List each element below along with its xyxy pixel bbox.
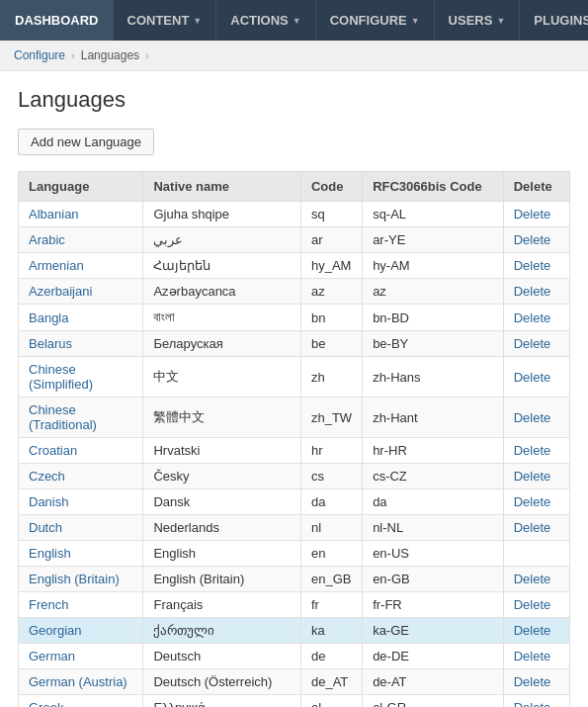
language-link[interactable]: Dutch — [29, 520, 62, 535]
language-link[interactable]: Arabic — [29, 232, 65, 247]
nav-arrow-actions: ▼ — [293, 16, 301, 26]
language-code: be — [300, 331, 362, 357]
language-code: da — [300, 489, 362, 515]
language-code: el — [300, 695, 362, 708]
language-code: ar — [300, 227, 362, 253]
language-link[interactable]: Danish — [29, 494, 68, 509]
delete-link[interactable]: Delete — [514, 700, 551, 707]
native-name: 中文 — [143, 357, 301, 398]
language-code: nl — [300, 515, 362, 541]
native-name: Հայերեն — [143, 253, 301, 279]
delete-link[interactable]: Delete — [514, 232, 551, 247]
language-link[interactable]: Chinese (Traditional) — [29, 402, 97, 432]
table-row: ArmenianՀայերենhy_AMhy-AMDelete — [19, 253, 570, 279]
delete-link[interactable]: Delete — [514, 597, 551, 612]
table-row: English (Britain)English (Britain)en_GBe… — [19, 567, 570, 592]
table-row: DutchNederlandsnlnl-NLDelete — [19, 515, 570, 541]
table-row: AlbanianGjuha shqipesqsq-ALDelete — [19, 202, 570, 227]
language-code: fr — [300, 592, 362, 618]
language-link[interactable]: Croatian — [29, 443, 77, 458]
col-header-language: Language — [19, 172, 143, 202]
language-link[interactable]: French — [29, 597, 68, 612]
delete-link[interactable]: Delete — [514, 649, 551, 663]
table-row: Chinese (Traditional)繁體中文zh_TWzh-HantDel… — [19, 398, 570, 438]
language-code: ka — [300, 618, 362, 644]
language-link[interactable]: English — [29, 546, 71, 561]
nav-item-content[interactable]: CONTENT▼ — [114, 0, 217, 41]
rfc-code: nl-NL — [363, 515, 504, 541]
native-name: Ελληνικά — [143, 695, 301, 708]
page-content: Languages Add new Language Language Nati… — [0, 71, 588, 707]
language-link[interactable]: Georgian — [29, 623, 81, 638]
language-link[interactable]: Azerbaijani — [29, 284, 92, 299]
breadcrumb-configure[interactable]: Configure — [14, 48, 65, 62]
language-link[interactable]: English (Britain) — [29, 572, 120, 586]
delete-link[interactable]: Delete — [514, 370, 551, 385]
table-row: BelarusБеларускаяbebe-BYDelete — [19, 331, 570, 357]
delete-link[interactable]: Delete — [514, 207, 551, 221]
language-code: en_GB — [300, 567, 362, 592]
table-row: EnglishEnglishenen-US — [19, 541, 570, 567]
native-name: Беларуская — [143, 331, 301, 357]
delete-link[interactable]: Delete — [514, 520, 551, 535]
rfc-code: da — [363, 489, 504, 515]
native-name: English (Britain) — [143, 567, 301, 592]
rfc-code: hr-HR — [363, 438, 504, 464]
table-row: German (Austria)Deutsch (Österreich)de_A… — [19, 669, 570, 695]
delete-link[interactable]: Delete — [514, 410, 551, 425]
language-code: en — [300, 541, 362, 567]
rfc-code: sq-AL — [363, 202, 504, 227]
breadcrumb-sep2: › — [145, 49, 149, 61]
language-link[interactable]: German (Austria) — [29, 674, 127, 689]
native-name: Gjuha shqipe — [143, 202, 301, 227]
delete-link[interactable]: Delete — [514, 494, 551, 509]
nav-item-configure[interactable]: CONFIGURE▼ — [316, 0, 435, 41]
languages-table: Language Native name Code RFC3066bis Cod… — [18, 171, 570, 707]
language-link[interactable]: Chinese (Simplified) — [29, 362, 93, 392]
breadcrumb: Configure › Languages › — [0, 41, 588, 71]
nav-item-plugins[interactable]: PLUGINS▼ — [520, 0, 588, 41]
add-language-button[interactable]: Add new Language — [18, 129, 154, 155]
delete-link[interactable]: Delete — [514, 336, 551, 351]
language-link[interactable]: Czech — [29, 469, 65, 484]
language-link[interactable]: German — [29, 649, 75, 663]
table-row: Arabicعربيarar-YEDelete — [19, 227, 570, 253]
delete-link[interactable]: Delete — [514, 623, 551, 638]
language-link[interactable]: Armenian — [29, 258, 84, 273]
native-name: 繁體中文 — [143, 398, 301, 438]
table-row: Banglaবাংলাbnbn-BDDelete — [19, 305, 570, 331]
delete-link[interactable]: Delete — [514, 469, 551, 484]
delete-link[interactable]: Delete — [514, 443, 551, 458]
delete-link[interactable]: Delete — [514, 310, 551, 325]
native-name: English — [143, 541, 301, 567]
table-row: CroatianHrvatskihrhr-HRDelete — [19, 438, 570, 464]
nav-item-users[interactable]: USERS▼ — [435, 0, 521, 41]
col-header-rfc: RFC3066bis Code — [363, 172, 504, 202]
language-code: zh — [300, 357, 362, 398]
nav-item-actions[interactable]: ACTIONS▼ — [216, 0, 315, 41]
rfc-code: de-AT — [363, 669, 504, 695]
language-code: zh_TW — [300, 398, 362, 438]
col-header-delete: Delete — [503, 172, 569, 202]
breadcrumb-current: Languages — [81, 48, 139, 62]
rfc-code: hy-AM — [363, 253, 504, 279]
language-link[interactable]: Belarus — [29, 336, 72, 351]
delete-link[interactable]: Delete — [514, 284, 551, 299]
delete-link[interactable]: Delete — [514, 258, 551, 273]
table-row: GreekΕλληνικάelel-GRDelete — [19, 695, 570, 708]
language-link[interactable]: Greek — [29, 700, 63, 707]
native-name: Dansk — [143, 489, 301, 515]
language-link[interactable]: Bangla — [29, 310, 68, 325]
language-link[interactable]: Albanian — [29, 207, 79, 221]
nav-item-dashboard[interactable]: DASHBOARD — [0, 0, 114, 41]
rfc-code: bn-BD — [363, 305, 504, 331]
top-navigation: DASHBOARDCONTENT▼ACTIONS▼CONFIGURE▼USERS… — [0, 0, 588, 41]
language-code: az — [300, 279, 362, 305]
rfc-code: zh-Hant — [363, 398, 504, 438]
rfc-code: zh-Hans — [363, 357, 504, 398]
language-code: de — [300, 644, 362, 669]
table-row: AzerbaijaniAzərbaycancaazazDelete — [19, 279, 570, 305]
native-name: Deutsch — [143, 644, 301, 669]
delete-link[interactable]: Delete — [514, 674, 551, 689]
delete-link[interactable]: Delete — [514, 572, 551, 586]
